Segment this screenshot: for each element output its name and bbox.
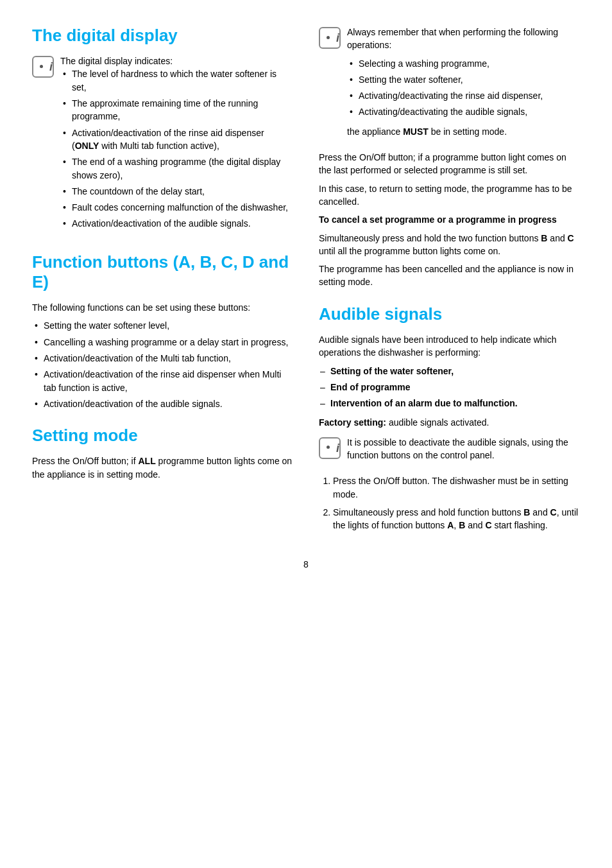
bold-text: ONLY (75, 141, 99, 151)
right-para2: In this case, to return to setting mode,… (319, 182, 580, 209)
list-item: Selecting a washing programme, (347, 57, 580, 70)
function-buttons-list: Setting the water softener level, Cancel… (32, 319, 293, 410)
list-item: Activation/deactivation of the Multi tab… (32, 352, 293, 365)
audible-signals-list: Setting of the water softener, End of pr… (319, 365, 580, 410)
bold-item: Intervention of an alarm due to malfunct… (330, 398, 518, 408)
cancel-text1: Simultaneously press and hold the two fu… (319, 232, 580, 258)
bold-must: MUST (403, 126, 429, 137)
left-column: The digital display i The digital displa… (32, 26, 293, 539)
factory-setting: Factory setting: audible signals activat… (319, 416, 580, 429)
bold-c: C (568, 233, 574, 243)
cancel-heading: To cancel a set programme or a programme… (319, 213, 580, 226)
bold-factory: Factory setting: (319, 417, 386, 428)
bold-b2: B (523, 507, 530, 517)
list-item: End of programme (319, 381, 580, 394)
info-icon-dot (40, 65, 43, 68)
digital-display-intro-text: The digital display indicates: (60, 56, 173, 66)
list-item: Setting of the water softener, (319, 365, 580, 378)
list-item: Activation/deactivation of the rinse aid… (32, 368, 293, 394)
bold-c2: C (550, 507, 557, 517)
digital-display-intro: The digital display indicates: The level… (60, 55, 293, 237)
bold-c3: C (485, 520, 491, 530)
setting-mode-text: Press the On/Off button; if ALL programm… (32, 455, 293, 481)
info-icon-digital: i (32, 56, 54, 78)
right-info-intro: Always remember that when performing the… (347, 26, 580, 52)
right-info-note: i Always remember that when performing t… (319, 26, 580, 143)
digital-display-list: The level of hardness to which the water… (60, 67, 293, 230)
audible-info-content: It is possible to deactivate the audible… (347, 436, 580, 462)
list-item: Activation/deactivation of the audible s… (60, 217, 293, 230)
digital-display-title: The digital display (32, 26, 293, 46)
right-column: i Always remember that when performing t… (319, 26, 580, 539)
right-info-note-content: Always remember that when performing the… (347, 26, 580, 143)
list-item: Cancelling a washing programme or a dela… (32, 336, 293, 349)
function-buttons-title: Function buttons (A, B, C, D and E) (32, 252, 293, 292)
list-item: Setting the water softener level, (32, 319, 293, 332)
list-item: Setting the water softener, (347, 73, 580, 86)
info-icon-dot-audible (327, 446, 330, 449)
audible-signals-title: Audible signals (319, 304, 580, 324)
setting-mode-section: Setting mode Press the On/Off button; if… (32, 426, 293, 481)
info-icon-dot-right (327, 36, 330, 39)
list-item: Press the On/Off button. The dishwasher … (333, 474, 580, 501)
list-item: The end of a washing programme (the digi… (60, 155, 293, 182)
audible-signals-intro: Audible signals have been introduced to … (319, 333, 580, 360)
list-item: Fault codes concerning malfunction of th… (60, 201, 293, 214)
audible-steps-list: Press the On/Off button. The dishwasher … (319, 474, 580, 532)
function-buttons-section: Function buttons (A, B, C, D and E) The … (32, 252, 293, 410)
bold-all: ALL (139, 456, 156, 466)
list-item: Activation/deactivation of the rinse aid… (60, 126, 293, 153)
setting-mode-title: Setting mode (32, 426, 293, 446)
list-item: Intervention of an alarm due to malfunct… (319, 397, 580, 410)
list-item: Activating/deactivating the audible sign… (347, 105, 580, 118)
info-icon-right: i (319, 27, 341, 49)
page-number: 8 (32, 558, 580, 571)
list-item: The countdown of the delay start, (60, 185, 293, 198)
audible-signals-section: Audible signals Audible signals have bee… (319, 304, 580, 532)
digital-display-info-box: i The digital display indicates: The lev… (32, 55, 293, 237)
list-item: The approximate remaining time of the ru… (60, 97, 293, 123)
list-item: The level of hardness to which the water… (60, 67, 293, 94)
bold-b: B (541, 233, 547, 243)
bold-item: End of programme (330, 382, 410, 392)
cancel-heading-bold: To cancel a set programme or a programme… (319, 214, 557, 225)
list-item: Activating/deactivating the rinse aid di… (347, 89, 580, 102)
cancel-text2: The programme has been cancelled and the… (319, 263, 580, 289)
list-item: Simultaneously press and hold function b… (333, 506, 580, 532)
bold-a: A (447, 520, 454, 530)
right-info-list: Selecting a washing programme, Setting t… (347, 57, 580, 119)
bold-b3: B (459, 520, 465, 530)
list-item: Activation/deactivation of the audible s… (32, 397, 293, 410)
right-para1: Press the On/Off button; if a programme … (319, 151, 580, 177)
audible-info-text: It is possible to deactivate the audible… (347, 436, 580, 467)
right-info-must: the appliance MUST be in setting mode. (347, 125, 580, 138)
info-icon-audible: i (319, 437, 341, 459)
bold-item: Setting of the water softener, (330, 366, 454, 376)
audible-info-note: i It is possible to deactivate the audib… (319, 436, 580, 467)
function-buttons-intro: The following functions can be set using… (32, 301, 293, 314)
